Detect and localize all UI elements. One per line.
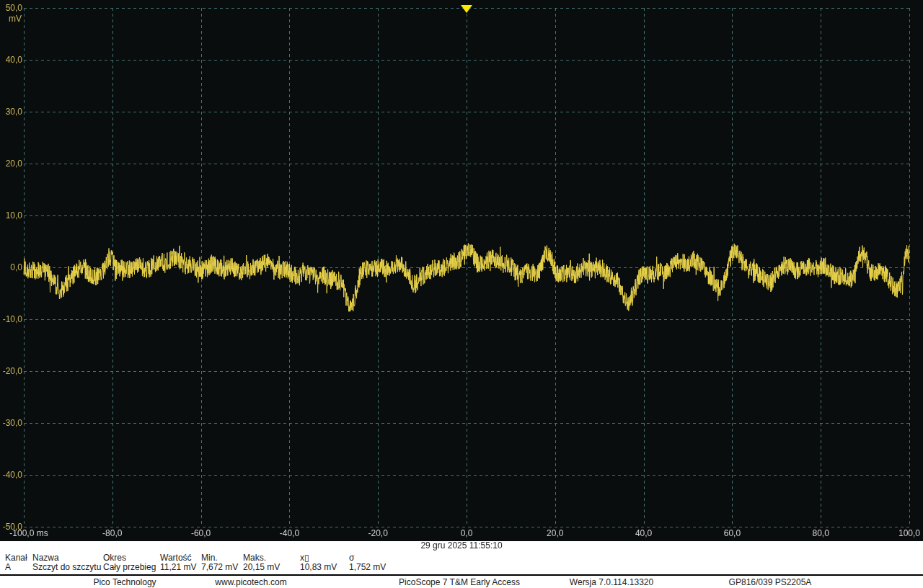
- measurement-value-cell: 7,672 mV: [201, 563, 243, 572]
- x-tick-label: -80,0: [102, 528, 122, 538]
- scope-view[interactable]: 50,040,030,020,010,00,0-10,0-20,0-30,0-4…: [0, 0, 923, 541]
- measurement-value-cell: Cały przebieg: [103, 563, 160, 572]
- measurement-value-cell: 11,21 mV: [160, 563, 201, 572]
- x-axis[interactable]: -100,0 ms-80,0-60,0-40,0-20,00,020,040,0…: [0, 0, 923, 541]
- footer-divider: [0, 574, 923, 576]
- x-tick-label: 80,0: [813, 528, 829, 538]
- x-tick-label: -20,0: [368, 528, 388, 538]
- measurements-table: KanałNazwaOkresWartośćMin.Maks.x▯σASzczy…: [5, 553, 399, 572]
- x-tick-label: -100,0 ms: [9, 528, 48, 538]
- measurement-value-cell: A: [5, 563, 32, 572]
- x-tick-label: 60,0: [724, 528, 741, 538]
- footer-website: www.picotech.com: [215, 577, 286, 587]
- x-tick-label: 40,0: [635, 528, 652, 538]
- measurement-value-cell: 10,83 mV: [300, 563, 349, 572]
- footer-app-name: PicoScope 7 T&M Early Access: [399, 577, 520, 587]
- footer-device: GP816/039 PS2205A: [729, 577, 812, 587]
- picoscope-window: 50,040,030,020,010,00,0-10,0-20,0-30,0-4…: [0, 0, 923, 588]
- footer-version: Wersja 7.0.114.13320: [570, 577, 653, 587]
- x-tick-label: 0,0: [461, 528, 473, 538]
- trigger-marker[interactable]: [461, 5, 472, 13]
- measurement-value-cell: 20,15 mV: [243, 563, 300, 572]
- measurement-value-cell: Szczyt do szczytu: [32, 563, 103, 572]
- x-tick-label: -60,0: [191, 528, 211, 538]
- capture-timestamp: 29 gru 2025 11:55:10: [0, 540, 923, 551]
- measurement-value-cell: 1,752 mV: [349, 563, 399, 572]
- y-axis-unit-label: mV: [0, 14, 22, 24]
- x-tick-label: 100,0: [898, 528, 920, 538]
- x-tick-label: -40,0: [280, 528, 299, 538]
- footer-company: Pico Technology: [93, 577, 156, 587]
- x-tick-label: 20,0: [547, 528, 563, 538]
